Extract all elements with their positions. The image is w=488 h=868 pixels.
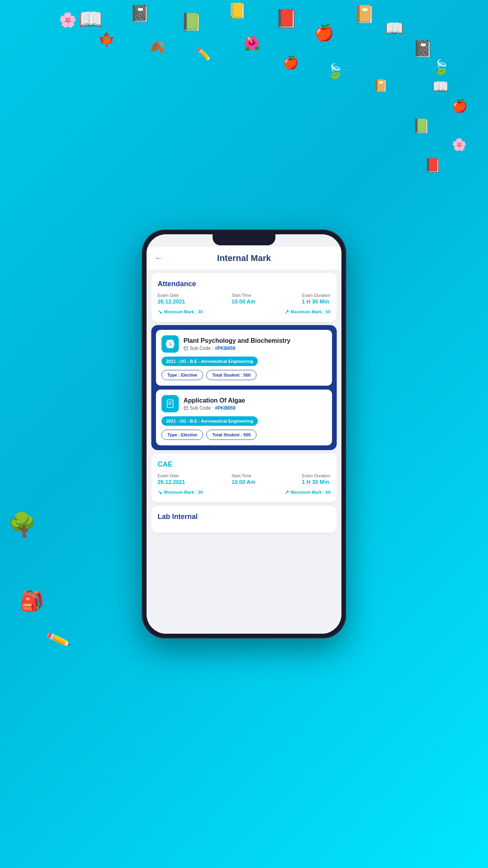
subject-2-code-row: Sub Code : #PKB659	[183, 405, 245, 411]
subject-1-batch: 2021 - UG - B.E - Aeronautical Engineeri…	[161, 357, 258, 366]
max-mark-icon: ↗	[284, 309, 289, 315]
app-content[interactable]: ← Internal Mark Attendance Exam Date 26.…	[147, 234, 341, 634]
subject-2-code-label: Sub Code :	[190, 405, 213, 411]
exam-date-item: Exam Date 26.12.2021	[158, 293, 185, 305]
cae-info-row: Exam Date 26.12.2021 Start Time 10.00 Am…	[158, 473, 330, 485]
exam-duration-value: 1 H 30 Min	[302, 298, 330, 305]
subject-1-icon	[161, 335, 179, 353]
cae-section: CAE Exam Date 26.12.2021 Start Time 10.0…	[151, 453, 337, 502]
phone-screen: ← Internal Mark Attendance Exam Date 26.…	[147, 234, 341, 634]
min-mark-item: ↘ Minimum Mark : 30	[158, 309, 203, 315]
start-time-item: Start Time 10.00 Am	[231, 293, 255, 305]
subject-card-2[interactable]: Application Of Algae Sub Code : #PKB659	[156, 390, 332, 445]
page-title: Internal Mark	[217, 253, 271, 263]
cae-min-mark: ↘ Minimum Mark : 30	[158, 489, 203, 495]
subject-2-info: Application Of Algae Sub Code : #PKB659	[183, 397, 245, 411]
phone-notch	[213, 234, 275, 245]
subject-1-code-value: #PKB659	[215, 346, 235, 351]
cae-start-time-label: Start Time	[231, 473, 255, 478]
phone-frame: ← Internal Mark Attendance Exam Date 26.…	[142, 230, 346, 638]
subject-2-batch: 2021 - UG - B.E - Aeronautical Engineeri…	[161, 416, 258, 426]
subject-2-student-tag: Total Student : 500	[206, 430, 257, 440]
subject-1-code-row: Sub Code : #PKB659	[183, 346, 290, 351]
subject-1-name: Plant Psychology and Biochemistry	[183, 337, 290, 345]
max-mark-text: Maximum Mark : 60	[291, 309, 330, 314]
subject-2-header: Application Of Algae Sub Code : #PKB659	[161, 395, 327, 412]
svg-rect-11	[184, 406, 188, 410]
cae-exam-duration-item: Exam Duration 1 H 30 Min	[302, 473, 330, 485]
cae-max-mark-text: Maximum Mark : 60	[291, 490, 330, 495]
max-mark-item: ↗ Maximum Mark : 60	[284, 309, 330, 315]
cae-exam-date-value: 26.12.2021	[158, 479, 185, 485]
cae-exam-duration-value: 1 H 30 Min	[302, 479, 330, 485]
cae-min-mark-text: Minimum Mark : 30	[164, 490, 203, 495]
cae-min-mark-icon: ↘	[158, 489, 162, 495]
subject-2-icon	[161, 395, 179, 412]
subject-2-tags: Type : Elective Total Student : 500	[161, 430, 327, 440]
cae-title: CAE	[158, 460, 330, 469]
cae-max-mark-icon: ↗	[284, 489, 289, 495]
exam-duration-label: Exam Duration	[302, 293, 330, 298]
back-button[interactable]: ←	[154, 253, 163, 263]
cae-max-mark: ↗ Maximum Mark : 60	[284, 489, 330, 495]
start-time-value: 10.00 Am	[231, 298, 255, 305]
attendance-info-row: Exam Date 26.12.2021 Start Time 10.00 Am…	[158, 293, 330, 305]
subjects-container: Plant Psychology and Biochemistry Sub Co…	[151, 325, 337, 450]
subject-1-code-label: Sub Code :	[190, 346, 213, 351]
cae-marks-row: ↘ Minimum Mark : 30 ↗ Maximum Mark : 60	[158, 489, 330, 495]
attendance-marks-row: ↘ Minimum Mark : 30 ↗ Maximum Mark : 60	[158, 309, 330, 315]
cae-start-time-value: 10.00 Am	[231, 479, 255, 485]
svg-rect-4	[184, 347, 188, 350]
subject-2-type-tag: Type : Elective	[161, 430, 203, 440]
subject-1-type-tag: Type : Elective	[161, 370, 203, 380]
lab-internal-title: Lab Internal	[158, 513, 330, 521]
min-mark-icon: ↘	[158, 309, 162, 315]
exam-date-label: Exam Date	[158, 293, 185, 298]
subject-1-info: Plant Psychology and Biochemistry Sub Co…	[183, 337, 290, 351]
subject-2-code-value: #PKB659	[215, 405, 235, 411]
cae-exam-date-label: Exam Date	[158, 473, 185, 478]
min-mark-text: Minimum Mark : 30	[164, 309, 203, 314]
attendance-section: Attendance Exam Date 26.12.2021 Start Ti…	[151, 273, 337, 322]
lab-internal-section: Lab Internal	[151, 506, 337, 533]
subject-1-student-tag: Total Student : 500	[206, 370, 257, 380]
start-time-label: Start Time	[231, 293, 255, 298]
cae-exam-date-item: Exam Date 26.12.2021	[158, 473, 185, 485]
cae-start-time-item: Start Time 10.00 Am	[231, 473, 255, 485]
subject-1-header: Plant Psychology and Biochemistry Sub Co…	[161, 335, 327, 353]
exam-date-value: 26.12.2021	[158, 298, 185, 305]
subject-1-tags: Type : Elective Total Student : 500	[161, 370, 327, 380]
cae-exam-duration-label: Exam Duration	[302, 473, 330, 478]
subject-2-name: Application Of Algae	[183, 397, 245, 405]
subject-card-1[interactable]: Plant Psychology and Biochemistry Sub Co…	[156, 330, 332, 386]
attendance-title: Attendance	[158, 280, 330, 288]
app-header: ← Internal Mark	[147, 247, 341, 270]
svg-rect-7	[167, 400, 173, 408]
exam-duration-item: Exam Duration 1 H 30 Min	[302, 293, 330, 305]
